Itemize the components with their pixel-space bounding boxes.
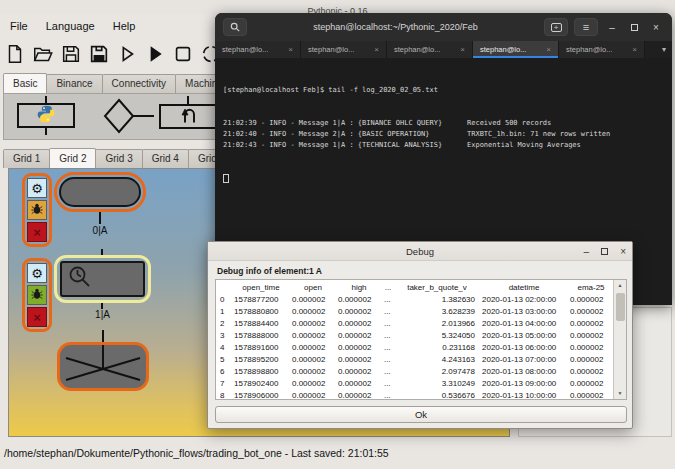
element-0-debug-button[interactable] <box>27 200 47 220</box>
tab-binance[interactable]: Binance <box>46 74 102 93</box>
table-cell: ... <box>382 306 394 318</box>
terminal-prompt-line: [stephan@localhost Feb]$ tail -f log_202… <box>223 85 438 96</box>
tab-close-icon[interactable]: × <box>374 45 379 54</box>
column-header: ... <box>382 281 394 294</box>
terminal-tab-4[interactable]: stephan@lo...× <box>473 41 559 58</box>
table-cell: 0.000002 <box>290 366 336 378</box>
table-cell: 1578906000 <box>232 390 290 400</box>
element-0-label: 0|A <box>54 225 146 236</box>
table-cell: ... <box>382 330 394 342</box>
table-row[interactable]: 715789024000.0000020.000002...3.31024920… <box>218 378 611 390</box>
terminal-maximize-button[interactable] <box>626 22 642 33</box>
run-debug-button[interactable] <box>114 41 140 67</box>
tab-close-icon[interactable]: × <box>288 45 293 54</box>
table-cell: 0.000002 <box>568 330 614 342</box>
open-file-button[interactable] <box>30 41 56 67</box>
terminal-close-button[interactable]: × <box>648 22 664 33</box>
scroll-up-icon[interactable]: ▲ <box>614 280 626 291</box>
element-1-debug-button[interactable] <box>27 285 47 305</box>
debug-table[interactable]: open_timeopenhigh...taker_b_quote_vdatet… <box>215 279 627 400</box>
table-cell: 2020-01-13 05:00:00 <box>480 330 568 342</box>
element-1-settings-button[interactable]: ⚙ <box>27 263 47 283</box>
table-row[interactable]: 815789060000.0000020.000002...0.53667620… <box>218 390 611 400</box>
debug-table-header: open_timeopenhigh...taker_b_quote_vdatet… <box>218 281 611 294</box>
main-window-titlebar[interactable]: Pythonic - 0.16 <box>0 0 675 14</box>
element-1-shape <box>60 261 145 297</box>
table-row[interactable]: 015788772000.0000020.000002...1.38263020… <box>218 294 611 306</box>
grid-tab-grid-1[interactable]: Grid 1 <box>3 149 50 168</box>
terminal-search-button[interactable] <box>223 18 247 36</box>
grid-tab-grid-2[interactable]: Grid 2 <box>49 148 96 168</box>
tab-basic[interactable]: Basic <box>3 73 47 93</box>
save-icon <box>60 43 82 65</box>
terminal-output[interactable]: [stephan@localhost Feb]$ tail -f log_202… <box>215 58 672 210</box>
table-cell: 0.000002 <box>568 306 614 318</box>
tab-connectivity[interactable]: Connectivity <box>102 74 176 93</box>
debug-table-scrollbar[interactable]: ▲ ▼ <box>613 280 626 399</box>
table-row[interactable]: 215788844000.0000020.000002...2.01396620… <box>218 318 611 330</box>
table-cell: 0.231168 <box>394 342 480 354</box>
terminal-tab-5[interactable]: stephan@lo...× <box>559 41 645 58</box>
terminal-tab-2[interactable]: stephan@lo...× <box>301 41 387 58</box>
connector-stub <box>187 96 189 104</box>
gear-icon: ⚙ <box>31 182 43 195</box>
table-row[interactable]: 615788988000.0000020.000002...2.09747820… <box>218 366 611 378</box>
ok-button[interactable]: Ok <box>215 406 627 423</box>
table-cell: 5 <box>218 354 232 366</box>
terminal-menu-button[interactable]: ≡ <box>574 18 598 36</box>
element-1-delete-button[interactable]: × <box>27 307 47 327</box>
terminal-tab-dropdown[interactable]: ▾ <box>645 41 672 58</box>
terminal-new-tab-button[interactable]: + <box>544 18 568 36</box>
table-row[interactable]: 415788916000.0000020.000002...0.23116820… <box>218 342 611 354</box>
terminal-minimize-button[interactable]: – <box>604 22 620 33</box>
terminal-tab-3[interactable]: stephan@lo...× <box>387 41 473 58</box>
dialog-maximize-button[interactable] <box>601 246 608 257</box>
debug-info-label: Debug info of element:1 A <box>217 266 322 276</box>
bug-icon <box>31 201 43 219</box>
table-row[interactable]: 515788952000.0000020.000002...4.24316320… <box>218 354 611 366</box>
table-row[interactable]: 315788880000.0000020.000002...5.32405020… <box>218 330 611 342</box>
play-outline-icon <box>116 43 138 65</box>
run-button[interactable] <box>142 41 168 67</box>
element-1-node-highlighted[interactable] <box>54 255 151 303</box>
save-as-button[interactable] <box>86 41 112 67</box>
debug-dialog-titlebar[interactable]: Debug – × <box>208 242 632 261</box>
element-0-node[interactable] <box>54 172 146 212</box>
menu-item-help[interactable]: Help <box>113 20 136 32</box>
new-file-button[interactable] <box>2 41 28 67</box>
table-cell: 1578902400 <box>232 378 290 390</box>
stop-button[interactable] <box>170 41 196 67</box>
grid-tab-grid-4[interactable]: Grid 4 <box>142 149 189 168</box>
table-cell: 0.000002 <box>568 342 614 354</box>
table-cell: 0.000002 <box>290 378 336 390</box>
tab-close-icon[interactable]: × <box>546 45 551 54</box>
table-row[interactable]: 115788808000.0000020.000002...3.62823920… <box>218 306 611 318</box>
scroll-down-icon[interactable]: ▼ <box>614 388 626 399</box>
table-cell: 5.324050 <box>394 330 480 342</box>
scrollbar-thumb[interactable] <box>616 293 625 321</box>
toolbox-branch-element[interactable] <box>102 97 156 139</box>
tab-close-icon[interactable]: × <box>460 45 465 54</box>
tab-close-icon[interactable]: × <box>632 45 637 54</box>
table-cell: 1578880800 <box>232 306 290 318</box>
grid-tab-grid-3[interactable]: Grid 3 <box>95 149 142 168</box>
menu-item-file[interactable]: File <box>10 20 28 32</box>
python-logo-icon <box>36 104 56 128</box>
terminal-tab-1[interactable]: stephan@lo...× <box>215 41 301 58</box>
table-cell: ... <box>382 378 394 390</box>
menu-item-language[interactable]: Language <box>46 20 95 32</box>
chevron-down-icon: ▾ <box>662 45 666 54</box>
element-0-settings-button[interactable]: ⚙ <box>27 178 47 198</box>
toolbox-python-element[interactable] <box>17 103 75 128</box>
junction-top-connector <box>102 330 104 342</box>
hamburger-menu-icon: ≡ <box>583 21 589 33</box>
terminal-titlebar[interactable]: stephan@localhost:~/Pythonic_2020/Feb + … <box>215 13 672 41</box>
save-button[interactable] <box>58 41 84 67</box>
save-as-icon <box>88 43 110 65</box>
junction-element-node[interactable] <box>57 342 149 391</box>
element-0-delete-button[interactable]: × <box>27 222 47 242</box>
toolbox-return-element[interactable] <box>159 104 217 129</box>
table-cell: 2.013966 <box>394 318 480 330</box>
dialog-close-button[interactable]: × <box>620 246 626 257</box>
dialog-minimize-button[interactable]: – <box>584 246 590 257</box>
